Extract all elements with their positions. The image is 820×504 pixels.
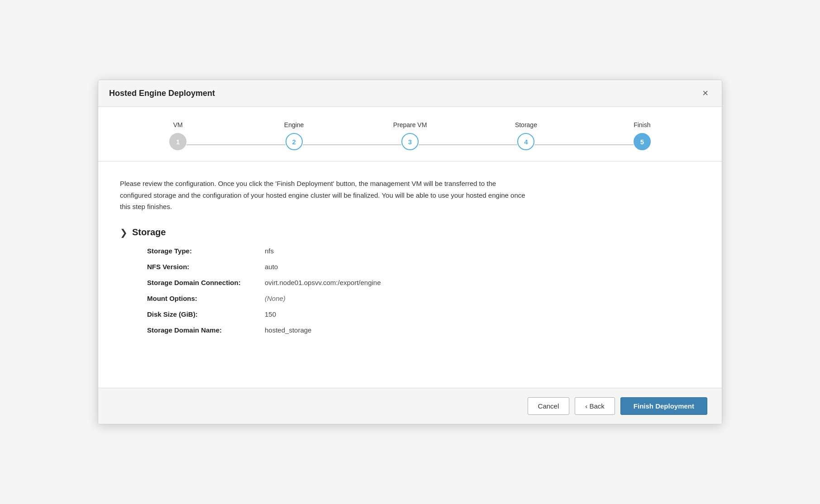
stepper-connector-4 — [534, 144, 633, 145]
finish-deployment-button[interactable]: Finish Deployment — [620, 397, 707, 415]
intro-text: Please review the configuration. Once yo… — [120, 178, 527, 213]
dialog-footer: Cancel ‹ Back Finish Deployment — [98, 388, 722, 424]
field-label-5: Storage Domain Name: — [147, 326, 265, 334]
field-label-0: Storage Type: — [147, 247, 265, 255]
stepper-step-2: Engine2 — [236, 121, 352, 150]
stepper-circle-5: 5 — [634, 133, 651, 150]
data-row: NFS Version:auto — [147, 263, 700, 271]
stepper-circle-3: 3 — [401, 133, 419, 150]
data-row: Storage Domain Connection:ovirt.node01.o… — [147, 279, 700, 286]
dialog-content: Please review the configuration. Once yo… — [98, 162, 722, 388]
cancel-button[interactable]: Cancel — [528, 397, 570, 415]
data-row: Storage Type:nfs — [147, 247, 700, 255]
data-row: Storage Domain Name:hosted_storage — [147, 326, 700, 334]
stepper-label-1: VM — [173, 121, 183, 128]
storage-data-rows: Storage Type:nfsNFS Version:autoStorage … — [120, 247, 700, 334]
dialog-header: Hosted Engine Deployment × — [98, 80, 722, 107]
stepper-circle-2: 2 — [286, 133, 303, 150]
storage-section-header: ❯ Storage — [120, 227, 700, 238]
stepper-step-1: VM1 — [120, 121, 236, 150]
field-label-1: NFS Version: — [147, 263, 265, 271]
data-row: Disk Size (GiB):150 — [147, 310, 700, 318]
field-value-5: hosted_storage — [265, 326, 311, 334]
field-value-0: nfs — [265, 247, 274, 255]
storage-section-title: Storage — [132, 227, 166, 238]
chevron-down-icon: ❯ — [120, 227, 128, 238]
stepper-connector-3 — [419, 144, 517, 145]
field-label-2: Storage Domain Connection: — [147, 279, 265, 286]
stepper-connector-2 — [303, 144, 401, 145]
stepper-circle-1: 1 — [169, 133, 186, 150]
stepper-label-2: Engine — [284, 121, 304, 128]
field-label-3: Mount Options: — [147, 295, 265, 302]
stepper-label-5: Finish — [634, 121, 650, 128]
data-row: Mount Options:(None) — [147, 295, 700, 302]
field-value-3: (None) — [265, 295, 286, 302]
stepper-circle-4: 4 — [517, 133, 534, 150]
field-value-1: auto — [265, 263, 278, 271]
field-value-4: 150 — [265, 310, 276, 318]
stepper-step-5: Finish5 — [584, 121, 700, 150]
stepper-connector-1 — [186, 144, 285, 145]
stepper-label-3: Prepare VM — [393, 121, 427, 128]
stepper-step-3: Prepare VM3 — [352, 121, 468, 150]
field-label-4: Disk Size (GiB): — [147, 310, 265, 318]
stepper-section: VM1Engine2Prepare VM3Storage4Finish5 — [98, 107, 722, 162]
stepper-step-4: Storage4 — [468, 121, 584, 150]
close-button[interactable]: × — [700, 87, 711, 99]
stepper: VM1Engine2Prepare VM3Storage4Finish5 — [120, 121, 700, 150]
hosted-engine-deployment-dialog: Hosted Engine Deployment × VM1Engine2Pre… — [98, 80, 722, 424]
stepper-label-4: Storage — [515, 121, 537, 128]
back-button[interactable]: ‹ Back — [575, 397, 615, 415]
dialog-title: Hosted Engine Deployment — [109, 89, 215, 98]
field-value-2: ovirt.node01.opsvv.com:/export/engine — [265, 279, 381, 286]
